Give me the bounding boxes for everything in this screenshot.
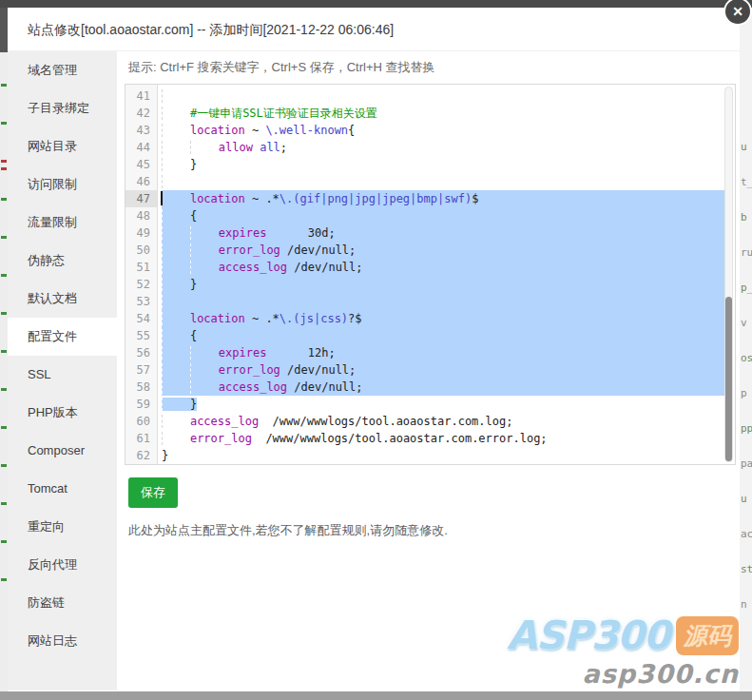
code-line[interactable]: } (162, 156, 733, 173)
settings-sidebar: 域名管理子目录绑定网站目录访问限制流量限制伪静态默认文档配置文件SSLPHP版本… (8, 51, 117, 690)
code-line[interactable]: error_log /dev/null; (162, 361, 733, 379)
indent-guide (162, 398, 190, 411)
indent-guide (162, 175, 190, 188)
code-line[interactable]: #一键申请SSL证书验证目录相关设置 (162, 105, 733, 122)
page-background-left-header (0, 8, 8, 52)
code-line[interactable]: access_log /dev/null; (162, 379, 733, 396)
indent-guide (162, 329, 190, 342)
modal-body: 域名管理子目录绑定网站目录访问限制流量限制伪静态默认文档配置文件SSLPHP版本… (8, 51, 740, 690)
sidebar-item-proxy[interactable]: 反向代理 (8, 546, 117, 584)
background-text-fragment: b (741, 211, 747, 224)
indent-guide (190, 141, 219, 154)
code-token: \.(js|css) (280, 312, 348, 325)
line-number: 54 (125, 310, 157, 327)
line-number: 48 (125, 207, 157, 224)
background-mark (1, 578, 7, 581)
background-mark (1, 84, 7, 87)
code-line[interactable]: expires 12h; (162, 344, 733, 361)
indent-guide (190, 243, 219, 257)
text-cursor (161, 191, 163, 205)
line-number: 44 (125, 139, 157, 156)
line-number: 51 (125, 259, 157, 276)
line-number-gutter: 4142434445464748495051525354555657585960… (125, 85, 158, 464)
page-overlay-top (0, 0, 752, 8)
code-line[interactable]: } (162, 447, 733, 464)
code-token: /dev/null; (280, 243, 356, 257)
indent-guide (162, 312, 190, 325)
sidebar-item-traffic[interactable]: 流量限制 (8, 204, 117, 242)
code-token: /www/wwwlogs/tool.aoaostar.com.error.log… (252, 432, 548, 445)
config-code-editor[interactable]: 4142434445464748495051525354555657585960… (125, 84, 736, 465)
line-number: 47 (125, 190, 157, 207)
editor-scrollbar-thumb[interactable] (725, 297, 732, 461)
code-token: $ (472, 192, 478, 205)
line-number: 62 (125, 447, 157, 464)
background-text-fragment: ac (741, 528, 752, 540)
code-token: ~ .* (245, 192, 280, 205)
close-icon: ✕ (732, 4, 743, 19)
sidebar-item-rewrite[interactable]: 伪静态 (8, 242, 117, 280)
sidebar-item-index[interactable]: 默认文档 (8, 280, 117, 318)
save-button[interactable]: 保存 (128, 477, 178, 508)
sidebar-item-config[interactable]: 配置文件 (8, 318, 117, 356)
page-scrollbar-bottom[interactable] (0, 691, 752, 700)
code-line[interactable]: { (162, 207, 733, 224)
sidebar-item-access[interactable]: 访问限制 (8, 165, 117, 204)
code-line[interactable] (162, 88, 733, 105)
code-token: } (190, 398, 197, 411)
sidebar-item-subdir[interactable]: 子目录绑定 (8, 89, 117, 127)
code-token: 30d; (266, 226, 335, 240)
config-file-panel: 提示: Ctrl+F 搜索关键字，Ctrl+S 保存，Ctrl+H 查找替换 4… (117, 51, 740, 690)
indent-guide (162, 124, 190, 137)
indent-guide (162, 192, 190, 205)
sidebar-item-composer[interactable]: Composer (8, 432, 117, 470)
code-line[interactable] (162, 293, 733, 310)
code-token: access_log (219, 261, 287, 274)
background-text-fragment: ru (741, 246, 752, 259)
sidebar-item-hotlink[interactable]: 防盗链 (8, 584, 117, 622)
line-number: 53 (125, 293, 157, 310)
indent-guide (162, 261, 190, 274)
code-line[interactable]: expires 30d; (162, 224, 733, 242)
indent-guide (162, 346, 190, 360)
code-line[interactable]: location ~ \.well-known{ (162, 122, 733, 139)
indent-guide (190, 363, 219, 377)
code-line[interactable]: error_log /www/wwwlogs/tool.aoaostar.com… (162, 430, 733, 447)
code-token: /www/wwwlogs/tool.aoaostar.com.log; (259, 415, 512, 428)
background-mark (1, 502, 7, 505)
sidebar-item-redirect[interactable]: 重定向 (8, 508, 117, 546)
sidebar-item-php[interactable]: PHP版本 (8, 394, 117, 432)
code-line[interactable]: { (162, 327, 733, 344)
sidebar-item-ssl[interactable]: SSL (8, 356, 117, 394)
line-number: 45 (125, 156, 157, 173)
indent-guide (162, 209, 190, 223)
line-number: 56 (125, 344, 157, 361)
background-text-fragment: u (741, 493, 747, 505)
code-line[interactable]: error_log /dev/null; (162, 242, 733, 259)
sidebar-item-sitedir[interactable]: 网站目录 (8, 127, 117, 165)
sidebar-item-tomcat[interactable]: Tomcat (8, 470, 117, 508)
background-text-fragment: pp (741, 422, 752, 435)
line-number: 55 (125, 327, 157, 344)
code-token: /dev/null; (287, 261, 362, 274)
sidebar-item-domain[interactable]: 域名管理 (8, 51, 117, 89)
code-line[interactable]: access_log /dev/null; (162, 259, 733, 276)
indent-guide (162, 243, 190, 257)
indent-guide (162, 141, 190, 154)
code-token: 12h; (266, 346, 335, 360)
code-line[interactable]: } (162, 396, 733, 413)
background-text-fragment: v (741, 317, 747, 329)
code-line[interactable]: allow all; (162, 139, 733, 156)
line-number: 46 (125, 173, 157, 190)
editor-scrollbar[interactable] (724, 87, 733, 462)
indent-guide (162, 415, 190, 428)
code-line[interactable]: location ~ .*\.(gif|png|jpg|jpeg|bmp|swf… (162, 190, 733, 207)
code-area[interactable]: #一键申请SSL证书验证目录相关设置 location ~ \.well-kno… (158, 85, 735, 464)
code-line[interactable] (162, 173, 733, 190)
code-line[interactable]: } (162, 276, 733, 293)
background-text-fragment: os (741, 352, 752, 364)
code-line[interactable]: access_log /www/wwwlogs/tool.aoaostar.co… (162, 413, 733, 430)
background-mark (1, 464, 7, 467)
code-line[interactable]: location ~ .*\.(js|css)?$ (162, 310, 733, 327)
sidebar-item-logs[interactable]: 网站日志 (8, 622, 117, 660)
